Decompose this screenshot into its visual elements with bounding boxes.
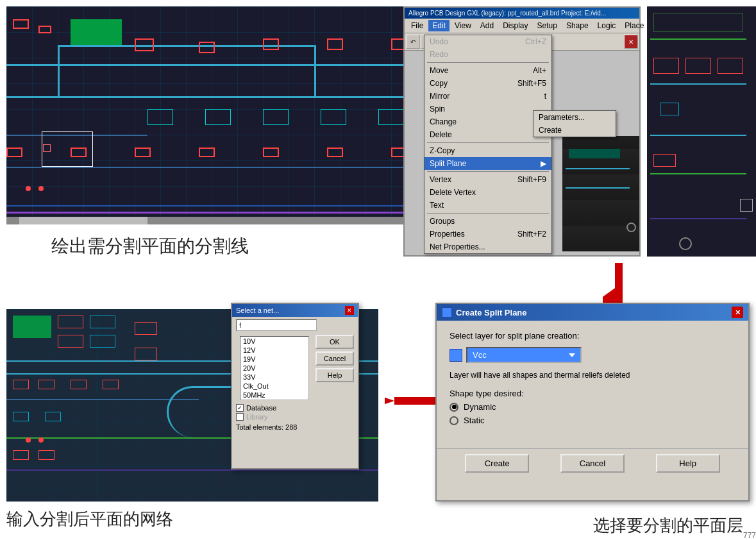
select-net-dialog: Select a net... ✕ 10V 12V 19V 20V 33V Cl… bbox=[231, 303, 359, 469]
menu-split-plane[interactable]: Split Plane▶ bbox=[424, 157, 551, 170]
submenu-create[interactable]: Create bbox=[533, 124, 616, 137]
select-net-ok-btn[interactable]: OK bbox=[315, 335, 354, 349]
menu-file[interactable]: File bbox=[407, 20, 427, 31]
net-checkbox-section: Database Library bbox=[236, 404, 354, 421]
select-net-help-btn[interactable]: Help bbox=[315, 368, 354, 382]
menu-zcopy[interactable]: Z-Copy bbox=[424, 144, 551, 157]
toolbar-btn-1[interactable]: ↶ bbox=[406, 35, 420, 49]
select-net-cancel-btn[interactable]: Cancel bbox=[315, 351, 354, 366]
dialog-warning-text: Layer will have all shapes and thermal r… bbox=[449, 371, 735, 380]
net-item-19v[interactable]: 19V bbox=[240, 355, 308, 364]
menu-delete-vertex[interactable]: Delete Vertex bbox=[424, 186, 551, 199]
caption-bottom-right: 选择要分割的平面层 bbox=[593, 514, 743, 537]
menu-redo[interactable]: Redo bbox=[424, 48, 551, 61]
radio-dynamic-circle[interactable] bbox=[449, 403, 458, 412]
create-btn[interactable]: Create bbox=[465, 454, 529, 473]
net-item-12v[interactable]: 12V bbox=[240, 346, 308, 355]
submenu-parameters[interactable]: Parameters... bbox=[533, 111, 616, 124]
select-layer-label: Select layer for split plane creation: bbox=[449, 331, 735, 341]
database-checkbox[interactable] bbox=[236, 404, 244, 412]
net-item-33v[interactable]: 33V bbox=[240, 373, 308, 382]
select-net-title: Select a net... bbox=[236, 307, 279, 314]
allegro-title: Allegro PCB Design GXL (legacy): ppt_rou… bbox=[408, 10, 606, 17]
layer-value: Vcc bbox=[473, 350, 487, 360]
net-item-50mhz[interactable]: 50MHz bbox=[240, 391, 308, 400]
split-plane-submenu: Parameters... Create bbox=[533, 110, 616, 137]
menu-move[interactable]: MoveAlt+ bbox=[424, 64, 551, 77]
menu-place[interactable]: Place bbox=[621, 20, 648, 31]
menu-copy[interactable]: CopyShift+F5 bbox=[424, 77, 551, 90]
menu-mirror[interactable]: Mirrort bbox=[424, 90, 551, 103]
allegro-titlebar: Allegro PCB Design GXL (legacy): ppt_rou… bbox=[405, 8, 639, 19]
allegro-menubar[interactable]: File Edit View Add Display Setup Shape L… bbox=[405, 19, 639, 33]
allegro-window: Allegro PCB Design GXL (legacy): ppt_rou… bbox=[403, 6, 641, 257]
caption-top-left: 绘出需分割平面的分割线 bbox=[51, 234, 249, 258]
select-net-close-btn[interactable]: ✕ bbox=[345, 306, 354, 315]
menu-vertex[interactable]: VertexShift+F9 bbox=[424, 173, 551, 186]
net-item-10v[interactable]: 10V bbox=[240, 337, 308, 346]
radio-static-circle[interactable] bbox=[449, 416, 458, 425]
net-item-50v[interactable]: 50V bbox=[240, 400, 308, 400]
menu-edit[interactable]: Edit bbox=[428, 20, 449, 31]
dialog-icon bbox=[442, 307, 452, 317]
total-elements: Total elements: 288 bbox=[236, 423, 354, 431]
menu-shape[interactable]: Shape bbox=[562, 20, 592, 31]
dropdown-arrow-icon bbox=[569, 353, 575, 357]
net-item-clkout[interactable]: Clk_Out bbox=[240, 382, 308, 391]
menu-undo[interactable]: UndoCtrl+Z bbox=[424, 35, 551, 48]
menu-add[interactable]: Add bbox=[476, 20, 498, 31]
library-checkbox[interactable] bbox=[236, 413, 244, 421]
radio-dynamic-label: Dynamic bbox=[464, 402, 496, 412]
radio-dynamic[interactable]: Dynamic bbox=[449, 402, 735, 412]
layer-dropdown[interactable]: Vcc bbox=[466, 347, 582, 363]
watermark: 777 bbox=[743, 531, 756, 540]
menu-view[interactable]: View bbox=[451, 20, 475, 31]
layer-select-container: Vcc bbox=[449, 347, 735, 363]
radio-static-label: Static bbox=[464, 416, 485, 425]
shape-type-section: Shape type desired: Dynamic Static bbox=[449, 389, 735, 425]
radio-static[interactable]: Static bbox=[449, 416, 735, 425]
shape-type-label: Shape type desired: bbox=[449, 389, 524, 398]
menu-text[interactable]: Text bbox=[424, 199, 551, 212]
select-net-titlebar: Select a net... ✕ bbox=[232, 304, 358, 317]
help-btn[interactable]: Help bbox=[656, 454, 720, 473]
database-label: Database bbox=[246, 404, 276, 412]
net-search-input[interactable] bbox=[236, 319, 317, 331]
split-plane-title: Create Split Plane bbox=[456, 308, 527, 317]
menu-properties[interactable]: PropertiesShift+F2 bbox=[424, 228, 551, 240]
split-plane-dialog: Create Split Plane ✕ Select layer for sp… bbox=[435, 303, 750, 502]
pcb-top-left-image bbox=[6, 6, 442, 224]
menu-logic[interactable]: Logic bbox=[594, 20, 620, 31]
menu-net-properties[interactable]: Net Properties... bbox=[424, 240, 551, 253]
layer-icon bbox=[449, 349, 462, 362]
library-label: Library bbox=[246, 413, 268, 421]
cancel-btn[interactable]: Cancel bbox=[560, 454, 625, 473]
shape-radio-group: Dynamic Static bbox=[449, 402, 735, 425]
split-plane-titlebar: Create Split Plane ✕ bbox=[437, 304, 748, 321]
dialog-buttons: Create Cancel Help bbox=[437, 448, 748, 478]
net-list: 10V 12V 19V 20V 33V Clk_Out 50MHz 50V 9V… bbox=[240, 336, 309, 400]
pcb-right-strip bbox=[647, 6, 756, 257]
edit-dropdown-menu: UndoCtrl+Z Redo MoveAlt+ CopyShift+F5 Mi… bbox=[424, 35, 552, 254]
split-plane-close-btn[interactable]: ✕ bbox=[732, 307, 743, 318]
menu-setup[interactable]: Setup bbox=[533, 20, 561, 31]
net-item-20v[interactable]: 20V bbox=[240, 364, 308, 373]
menu-groups[interactable]: Groups bbox=[424, 215, 551, 228]
close-window-btn[interactable]: ✕ bbox=[624, 35, 638, 49]
caption-bottom-left: 输入分割后平面的网络 bbox=[6, 508, 173, 530]
menu-display[interactable]: Display bbox=[499, 20, 532, 31]
